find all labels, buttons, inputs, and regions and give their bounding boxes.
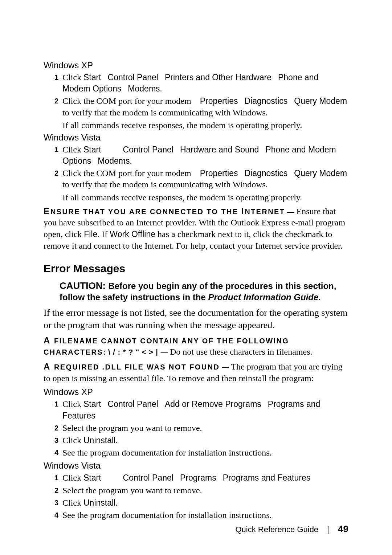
- lead-cap: A: [44, 362, 54, 371]
- ui-term-start: Start: [83, 399, 101, 409]
- list-item: 1 Click StartControl PanelProgramsProgra…: [54, 472, 348, 483]
- list-item: 3 Click Uninstall.: [54, 435, 348, 446]
- ui-term: Modems: [128, 84, 160, 93]
- ui-term: Control Panel: [123, 145, 173, 154]
- dash: —: [285, 208, 296, 216]
- list-item: 1 Click StartControl PanelHardware and S…: [54, 144, 348, 167]
- os-heading-vista-1: Windows Vista: [44, 132, 348, 143]
- list-item: 1 Click StartControl PanelAdd or Remove …: [54, 399, 348, 421]
- step-text: Click the COM port for your modem: [62, 168, 193, 178]
- dash: —: [220, 363, 231, 371]
- body-text: . If: [97, 229, 110, 239]
- footer-title: Quick Reference Guide: [235, 525, 318, 534]
- step-suffix: .: [115, 498, 118, 507]
- ui-term: Diagnostics: [244, 96, 287, 106]
- footer: Quick Reference Guide | 49: [235, 523, 348, 535]
- os-heading-xp-1: Windows XP: [44, 60, 348, 70]
- list-item: 2 Click the COM port for your modem Prop…: [54, 168, 348, 190]
- list-item: 1 Click StartControl PanelPrinters and O…: [54, 72, 348, 94]
- step-text: Click: [62, 145, 83, 154]
- step-text: See the program documentation for instal…: [62, 448, 272, 457]
- step-suffix: .: [160, 84, 162, 93]
- footer-divider: |: [327, 525, 329, 534]
- ui-term-start: Start: [83, 73, 101, 82]
- step-number: 2: [54, 486, 58, 495]
- ui-term: Control Panel: [108, 73, 158, 82]
- ui-term: Properties: [200, 168, 238, 178]
- step-suffix: .: [130, 156, 132, 166]
- lead-cap: I: [241, 206, 245, 216]
- list-item: 4 See the program documentation for inst…: [54, 447, 348, 458]
- step-text: Click: [62, 399, 83, 409]
- lead-text: REQUIRED: [54, 363, 102, 371]
- section-heading-error-messages: Error Messages: [44, 262, 348, 275]
- step-number: 1: [54, 399, 58, 409]
- ui-term: Programs and Features: [223, 473, 311, 482]
- ui-term: Printers and Other Hardware: [165, 73, 271, 82]
- xp-uninstall-steps: 1 Click StartControl PanelAdd or Remove …: [54, 399, 348, 458]
- lead-text: FILE WAS NOT FOUND: [124, 363, 220, 371]
- body-text: Do not use these characters in filenames…: [170, 347, 313, 356]
- ui-term: Properties: [200, 96, 238, 106]
- list-item: 2 Select the program you want to remove.: [54, 485, 348, 496]
- ui-term: Control Panel: [108, 399, 158, 409]
- step-number: 3: [54, 498, 58, 507]
- ui-term: Add or Remove Programs: [165, 399, 261, 409]
- ui-term-start: Start: [83, 473, 101, 482]
- ui-term-file: File: [84, 229, 97, 239]
- dash: —: [160, 348, 170, 356]
- lead-cap: E: [44, 206, 50, 216]
- step-number: 2: [54, 96, 58, 106]
- step-number: 1: [54, 73, 58, 82]
- ui-term: Diagnostics: [244, 168, 287, 178]
- caution-italic: Product Information Guide.: [208, 292, 321, 302]
- step-number: 2: [54, 168, 58, 178]
- step-text: Click: [62, 73, 83, 82]
- result-text: If all commands receive responses, the m…: [62, 193, 348, 203]
- vista-uninstall-steps: 1 Click StartControl PanelProgramsProgra…: [54, 472, 348, 521]
- list-item: 3 Click Uninstall.: [54, 497, 348, 509]
- vista-modem-steps: 1 Click StartControl PanelHardware and S…: [54, 144, 348, 191]
- ui-term: Modems: [98, 156, 130, 166]
- step-text: Click: [62, 473, 83, 482]
- dll-term: .DLL: [102, 363, 125, 371]
- ui-term-uninstall: Uninstall: [83, 436, 115, 445]
- step-suffix: to verify that the modem is communicatin…: [62, 180, 268, 189]
- step-text: Click: [62, 498, 83, 507]
- caution-block: CAUTION: Before you begin any of the pro…: [60, 280, 348, 303]
- ui-term: Hardware and Sound: [180, 145, 259, 154]
- ui-term-start: Start: [83, 145, 101, 154]
- error-intro-paragraph: If the error message is not listed, see …: [44, 307, 348, 332]
- step-text: Click: [62, 436, 83, 445]
- step-suffix: .: [115, 436, 118, 445]
- step-number: 4: [54, 510, 58, 520]
- step-suffix: to verify that the modem is communicatin…: [62, 108, 268, 117]
- page-number: 49: [338, 523, 348, 534]
- characters: : \ / : * ? " < > |: [103, 348, 160, 356]
- ui-term: Control Panel: [123, 473, 173, 482]
- step-text: Select the program you want to remove.: [62, 486, 202, 495]
- step-number: 4: [54, 448, 58, 457]
- xp-modem-steps: 1 Click StartControl PanelPrinters and O…: [54, 72, 348, 118]
- filename-characters-message: A FILENAME CANNOT CONTAIN ANY OF THE FOL…: [44, 335, 348, 358]
- step-text: Click the COM port for your modem: [62, 96, 193, 106]
- os-heading-vista-2: Windows Vista: [44, 461, 348, 471]
- result-text: If all commands receive responses, the m…: [62, 121, 348, 130]
- step-text: Select the program you want to remove.: [62, 423, 202, 433]
- os-heading-xp-2: Windows XP: [44, 387, 348, 397]
- ui-term-work-offline: Work Offline: [110, 229, 155, 239]
- list-item: 2 Select the program you want to remove.: [54, 423, 348, 434]
- list-item: 4 See the program documentation for inst…: [54, 510, 348, 521]
- lead-text: NTERNET: [245, 208, 285, 216]
- lead-cap: A: [44, 335, 54, 345]
- step-number: 1: [54, 473, 58, 482]
- ui-term: Query Modem: [294, 96, 347, 106]
- ui-term: Programs: [180, 473, 216, 482]
- step-text: See the program documentation for instal…: [62, 510, 272, 520]
- dll-not-found-message: A REQUIRED .DLL FILE WAS NOT FOUND — The…: [44, 361, 348, 384]
- list-item: 2 Click the COM port for your modem Prop…: [54, 95, 348, 118]
- ensure-internet-paragraph: ENSURE THAT YOU ARE CONNECTED TO THE INT…: [44, 205, 348, 252]
- caution-label: CAUTION:: [60, 280, 108, 291]
- page: Windows XP 1 Click StartControl PanelPri…: [0, 0, 392, 555]
- ui-term: Query Modem: [294, 168, 347, 178]
